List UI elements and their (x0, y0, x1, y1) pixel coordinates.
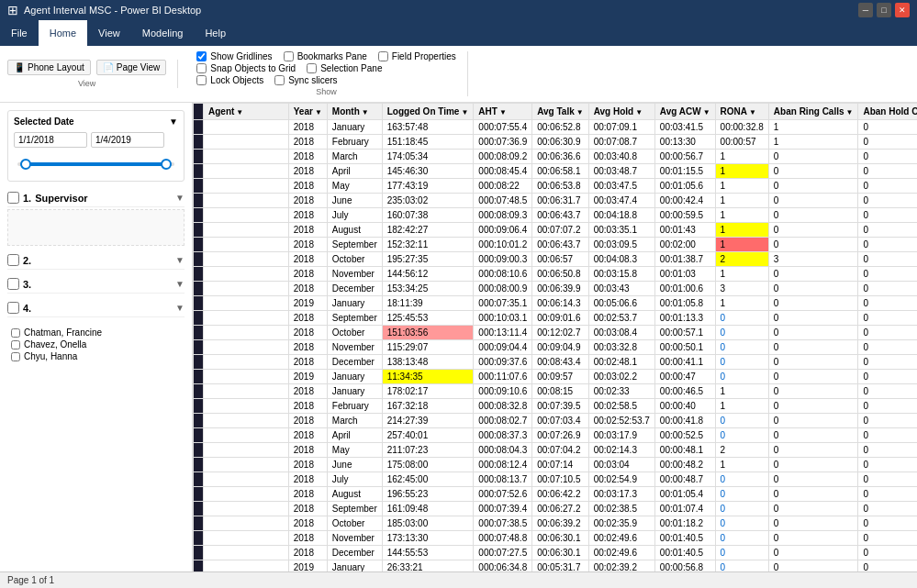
cell-26-3: September (327, 502, 382, 516)
cell-6-8: 00:00:59.5 (654, 208, 715, 223)
supervisor-4-expand[interactable]: ▼ (175, 303, 185, 313)
cell-8-1 (204, 238, 289, 252)
lock-objects-checkbox[interactable]: Lock Objects (196, 75, 263, 85)
supervisor-3-checkbox[interactable] (7, 278, 19, 290)
page-view-button[interactable]: 📄 Page View (96, 60, 167, 75)
agent-chatman[interactable]: Chatman, Francine (7, 327, 185, 338)
cell-6-1 (204, 208, 289, 223)
close-button[interactable]: ✕ (895, 3, 910, 17)
cell-9-1 (204, 252, 289, 267)
cell-27-5: 000:07:38.5 (474, 516, 532, 531)
cell-12-7: 00:05:06.6 (588, 296, 654, 311)
cell-26-11: 0 (858, 502, 917, 516)
cell-0-8: 00:03:41.5 (654, 120, 715, 135)
col-header-logon[interactable]: Logged On Time▼ (382, 104, 474, 120)
cell-16-7: 00:02:48.1 (588, 355, 654, 370)
cell-12-8: 00:01:05.8 (654, 296, 715, 311)
cell-2-8: 00:00:56.7 (654, 150, 715, 164)
col-header-avghold[interactable]: Avg Hold▼ (588, 104, 654, 120)
cell-0-4: 163:57:48 (382, 120, 474, 135)
cell-15-1 (204, 340, 289, 355)
cell-4-4: 177:43:19 (382, 179, 474, 194)
supervisor-1-expand[interactable]: ▼ (175, 193, 185, 203)
col-header-year[interactable]: Year▼ (288, 104, 327, 120)
col-header-avgtalk[interactable]: Avg Talk▼ (532, 104, 589, 120)
col-header-month[interactable]: Month▼ (327, 104, 382, 120)
agent-chavez-label: Chavez, Onella (24, 339, 86, 349)
cell-19-4: 167:32:18 (382, 399, 474, 414)
cell-9-4: 195:27:35 (382, 252, 474, 267)
sync-slicers-checkbox[interactable]: Sync slicers (274, 75, 337, 85)
cell-8-9: 1 (715, 238, 768, 252)
tab-help[interactable]: Help (194, 20, 237, 46)
agent-chavez[interactable]: Chavez, Onella (7, 338, 185, 350)
date-slider[interactable] (14, 153, 178, 175)
agent-chyu-checkbox[interactable] (11, 352, 20, 361)
col-header-aht[interactable]: AHT▼ (474, 104, 532, 120)
selection-pane-checkbox[interactable]: Selection Pane (307, 63, 382, 73)
cell-14-1 (204, 326, 289, 340)
table-row: 2018January163:57:48000:07:55.400:06:52.… (194, 120, 918, 135)
cell-24-10: 0 (768, 472, 858, 487)
cell-20-10: 0 (768, 414, 858, 428)
restore-button[interactable]: □ (877, 3, 891, 17)
cell-0-6: 00:06:52.8 (532, 120, 589, 135)
col-header-avgacw[interactable]: Avg ACW▼ (654, 104, 715, 120)
tab-view[interactable]: View (87, 20, 131, 46)
col-header-aban-hold[interactable]: Aban Hold Calls▼ (858, 104, 917, 120)
cell-24-3: July (327, 472, 382, 487)
cell-25-4: 196:55:23 (382, 487, 474, 502)
supervisor-4-checkbox[interactable] (7, 302, 19, 314)
cell-21-4: 257:40:01 (382, 428, 474, 443)
cell-9-11: 0 (858, 252, 917, 267)
col-header-aban-ring[interactable]: Aban Ring Calls▼ (768, 104, 858, 120)
cell-23-8: 00:00:48.2 (654, 458, 715, 472)
phone-layout-button[interactable]: 📱 Phone Layout (7, 60, 91, 75)
cell-4-0 (194, 179, 204, 194)
cell-16-5: 000:09:37.6 (474, 355, 532, 370)
tab-file[interactable]: File (0, 20, 39, 46)
cell-28-11: 0 (858, 531, 917, 546)
col-header-rona[interactable]: RONA▼ (715, 104, 768, 120)
agent-chavez-checkbox[interactable] (11, 340, 20, 349)
table-row: 2018July162:45:00000:08:13.700:07:10.500… (194, 472, 918, 487)
date-from-input[interactable] (14, 132, 87, 148)
status-text: Page 1 of 1 (7, 575, 54, 585)
cell-6-5: 000:08:09.3 (474, 208, 532, 223)
supervisor-2-expand[interactable]: ▼ (175, 255, 185, 265)
cell-15-7: 00:03:32.8 (588, 340, 654, 355)
tab-home[interactable]: Home (39, 20, 87, 46)
cell-3-3: April (327, 164, 382, 179)
cell-26-2: 2018 (288, 502, 327, 516)
supervisor-3-expand[interactable]: ▼ (175, 279, 185, 289)
minimize-button[interactable]: ─ (858, 3, 873, 17)
agent-chatman-checkbox[interactable] (11, 328, 20, 338)
show-gridlines-checkbox[interactable]: Show Gridlines (196, 51, 272, 61)
cell-8-4: 152:32:11 (382, 238, 474, 252)
supervisor-1-checkbox[interactable] (7, 192, 19, 204)
cell-1-9: 00:00:57 (715, 135, 768, 150)
table-row: 2018March214:27:39000:08:02.700:07:03.40… (194, 414, 918, 428)
col-header-agent[interactable]: Agent▼ (204, 104, 289, 120)
cell-1-2: 2018 (288, 135, 327, 150)
cell-22-11: 0 (858, 443, 917, 458)
field-properties-checkbox[interactable]: Field Properties (378, 51, 456, 61)
bookmarks-pane-checkbox[interactable]: Bookmarks Pane (284, 51, 367, 61)
date-to-input[interactable] (91, 132, 164, 148)
tab-modeling[interactable]: Modeling (131, 20, 195, 46)
table-row: 2018October151:03:56000:13:11.400:12:02.… (194, 326, 918, 340)
cell-15-8: 00:00:50.1 (654, 340, 715, 355)
supervisor-2-checkbox[interactable] (7, 254, 19, 266)
table-row: 2018May211:07:23000:08:04.300:07:04.200:… (194, 443, 918, 458)
right-content[interactable]: Agent▼ Year▼ Month▼ Logged On Time▼ AHT▼ (193, 103, 917, 571)
cell-0-9: 00:00:32.8 (715, 120, 768, 135)
cell-7-10: 0 (768, 223, 858, 238)
cell-20-5: 000:08:02.7 (474, 414, 532, 428)
agent-chyu[interactable]: Chyu, Hanna (7, 350, 185, 362)
cell-5-9: 1 (715, 194, 768, 208)
snap-objects-checkbox[interactable]: Snap Objects to Grid (196, 63, 296, 73)
cell-6-6: 00:06:43.7 (532, 208, 589, 223)
cell-20-3: March (327, 414, 382, 428)
cell-18-1 (204, 384, 289, 399)
supervisor-2-num: 2. (23, 255, 31, 266)
